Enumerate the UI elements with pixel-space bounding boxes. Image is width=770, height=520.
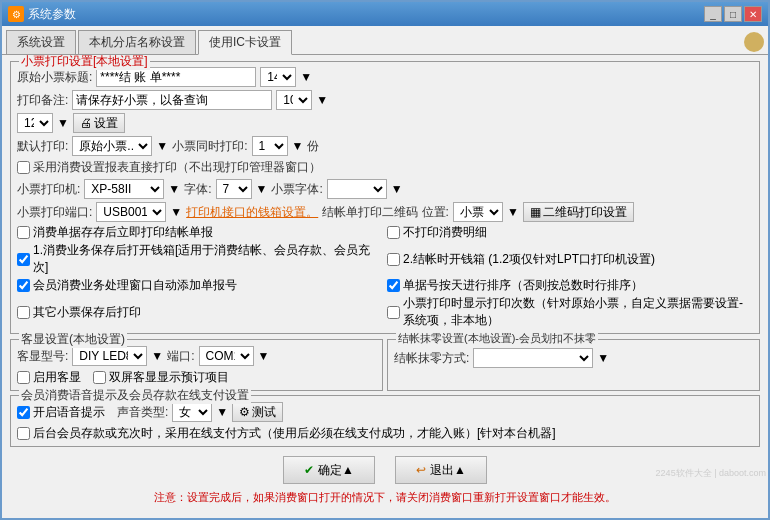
check-row-3: 2.结帐时开钱箱 (1.2项仅针对LPT口打印机设置): [387, 242, 753, 276]
footer: ✔ 确定▲ ↩ 退出▲: [10, 452, 760, 488]
consumption-label: 采用消费设置报表直接打印（不出现打印管理器窗口）: [33, 159, 321, 176]
window-controls: _ □ ✕: [704, 6, 762, 22]
member-section: 会员消费语音提示及会员存款在线支付设置 开启语音提示 声音类型: 女男 ▼ ⚙ …: [10, 395, 760, 447]
settle-section: 结帐抹零设置(本地设置)-会员划扣不抹零 结帐抹零方式: ▼: [387, 339, 760, 391]
printer-row: 小票打印机: XP-58II ▼ 字体: 768 ▼ 小票字体: ▼: [17, 179, 753, 199]
settle-label: 结帐单打印二维码 位置:: [322, 204, 449, 221]
member-section-title: 会员消费语音提示及会员存款在线支付设置: [19, 387, 251, 404]
print-2d-button[interactable]: ▦ 二维码打印设置: [523, 202, 634, 222]
display-port-label: 端口:: [167, 348, 194, 365]
voice-type-select[interactable]: 女男: [172, 402, 212, 422]
printer-select[interactable]: XP-58II: [84, 179, 164, 199]
original-title-row: 原始小票标题: 141210 ▼: [17, 67, 753, 87]
enable-display-checkbox[interactable]: [17, 371, 30, 384]
display-model-select[interactable]: DIY LED8: [72, 346, 147, 366]
port-link[interactable]: 打印机接口的钱箱设置。: [186, 204, 318, 221]
logo-icon: [744, 32, 764, 52]
simultaneous-select[interactable]: 123: [252, 136, 288, 156]
title-bar: ⚙ 系统参数 _ □ ✕: [2, 2, 768, 26]
check-5[interactable]: [387, 279, 400, 292]
tab-bar: 系统设置 本机分店名称设置 使用IC卡设置: [2, 26, 768, 55]
print-comment-input[interactable]: [72, 90, 272, 110]
port-row: 小票打印端口: USB001 ▼ 打印机接口的钱箱设置。 结帐单打印二维码 位置…: [17, 202, 753, 222]
tab-ic-card[interactable]: 使用IC卡设置: [198, 30, 292, 55]
check-3[interactable]: [387, 253, 400, 266]
font-size-2-select[interactable]: 101214: [276, 90, 312, 110]
port-label: 小票打印端口:: [17, 204, 92, 221]
check-6[interactable]: [17, 306, 30, 319]
minimize-button[interactable]: _: [704, 6, 722, 22]
exit-button[interactable]: ↩ 退出▲: [395, 456, 487, 484]
ticket-section-title: 小票打印设置[本地设置]: [19, 55, 150, 70]
main-window: ⚙ 系统参数 _ □ ✕ 系统设置 本机分店名称设置 使用IC卡设置 小票打印设…: [0, 0, 770, 520]
member-row-1: 开启语音提示 声音类型: 女男 ▼ ⚙ 测试: [17, 402, 753, 422]
voice-prompt-label: 开启语音提示: [33, 404, 105, 421]
close-button[interactable]: ✕: [744, 6, 762, 22]
ticket-font-select[interactable]: [327, 179, 387, 199]
display-row-2: 启用客显 双屏客显显示预订项目: [17, 369, 376, 386]
consumption-row: 采用消费设置报表直接打印（不出现打印管理器窗口）: [17, 159, 753, 176]
voice-prompt-checkbox[interactable]: [17, 406, 30, 419]
default-print-select[interactable]: 原始小票...: [72, 136, 152, 156]
display-port-select[interactable]: COM1: [199, 346, 254, 366]
watermark: 2245软件大全 | daboot.com: [656, 467, 766, 480]
maximize-button[interactable]: □: [724, 6, 742, 22]
member-row-2: 后台会员存款或充次时，采用在线支付方式（使用后必须在线支付成功，才能入账）[针对…: [17, 425, 753, 442]
check-7[interactable]: [387, 306, 400, 319]
enable-display-label: 启用客显: [33, 369, 81, 386]
settle-method-select[interactable]: [473, 348, 593, 368]
font-size-3-select[interactable]: 121014: [17, 113, 53, 133]
font-select[interactable]: 768: [216, 179, 252, 199]
window-icon: ⚙: [8, 6, 24, 22]
tab-branch-name[interactable]: 本机分店名称设置: [78, 30, 196, 54]
original-label: 原始小票标题:: [17, 69, 92, 86]
check-label-0: 消费单据存存后立即打印结帐单报: [33, 224, 213, 241]
check-label-7: 小票打印时显示打印次数（针对原始小票，自定义票据需要设置-系统项，非本地）: [403, 295, 753, 329]
check-0[interactable]: [17, 226, 30, 239]
port-select[interactable]: USB001: [96, 202, 166, 222]
confirm-button[interactable]: ✔ 确定▲: [283, 456, 375, 484]
online-payment-label: 后台会员存款或充次时，采用在线支付方式（使用后必须在线支付成功，才能入账）[针对…: [33, 425, 556, 442]
printer-label: 小票打印机:: [17, 181, 80, 198]
settings-button[interactable]: 🖨 设置: [73, 113, 125, 133]
dual-screen-checkbox[interactable]: [93, 371, 106, 384]
check-4[interactable]: [17, 279, 30, 292]
display-section-title: 客显设置(本地设置): [19, 331, 127, 348]
tab-system-settings[interactable]: 系统设置: [6, 30, 76, 54]
check-row-6: 其它小票保存后打印: [17, 295, 383, 329]
dual-screen-label: 双屏客显显示预订项目: [109, 369, 229, 386]
exit-icon: ↩: [416, 463, 426, 477]
check-label-4: 会员消费业务处理窗口自动添加单报号: [33, 277, 237, 294]
qr-icon: ▦: [530, 205, 541, 219]
display-section: 客显设置(本地设置) 客显型号: DIY LED8 ▼ 端口: COM1 ▼: [10, 339, 383, 391]
gear-icon: ⚙: [239, 405, 250, 419]
default-print-label: 默认打印:: [17, 138, 68, 155]
font-size-1-select[interactable]: 141210: [260, 67, 296, 87]
voice-type-label: 声音类型:: [117, 404, 168, 421]
check-row-7: 小票打印时显示打印次数（针对原始小票，自定义票据需要设置-系统项，非本地）: [387, 295, 753, 329]
check-row-2: 1.消费业务保存后打开钱箱[适用于消费结帐、会员存款、会员充次]: [17, 242, 383, 276]
online-payment-checkbox[interactable]: [17, 427, 30, 440]
font-label: 字体:: [184, 181, 211, 198]
ticket-print-section: 小票打印设置[本地设置] 原始小票标题: 141210 ▼ 打印备注: 1012…: [10, 61, 760, 334]
check-icon: ✔: [304, 463, 314, 477]
check-2[interactable]: [17, 253, 30, 266]
check-label-3: 2.结帐时开钱箱 (1.2项仅针对LPT口打印机设置): [403, 251, 655, 268]
window-title: 系统参数: [28, 6, 76, 23]
check-label-1: 不打印消费明细: [403, 224, 487, 241]
simultaneous-label: 小票同时打印:: [172, 138, 247, 155]
default-print-row: 默认打印: 原始小票... ▼ 小票同时打印: 123 ▼ 份: [17, 136, 753, 156]
display-row-1: 客显型号: DIY LED8 ▼ 端口: COM1 ▼: [17, 346, 376, 366]
checks-grid: 消费单据存存后立即打印结帐单报 不打印消费明细 1.消费业务保存后打开钱箱[适用…: [17, 224, 753, 329]
consumption-checkbox[interactable]: [17, 161, 30, 174]
font-size-3-row: 121014 ▼ 🖨 设置: [17, 113, 753, 133]
check-1[interactable]: [387, 226, 400, 239]
print-comment-label: 打印备注:: [17, 92, 68, 109]
check-label-5: 单据号按天进行排序（否则按总数时行排序）: [403, 277, 643, 294]
settle-pos-select[interactable]: 小票后: [453, 202, 503, 222]
check-label-6: 其它小票保存后打印: [33, 304, 141, 321]
test-button[interactable]: ⚙ 测试: [232, 402, 283, 422]
original-value-input[interactable]: [96, 67, 256, 87]
print-comment-row: 打印备注: 101214 ▼: [17, 90, 753, 110]
check-row-0: 消费单据存存后立即打印结帐单报: [17, 224, 383, 241]
